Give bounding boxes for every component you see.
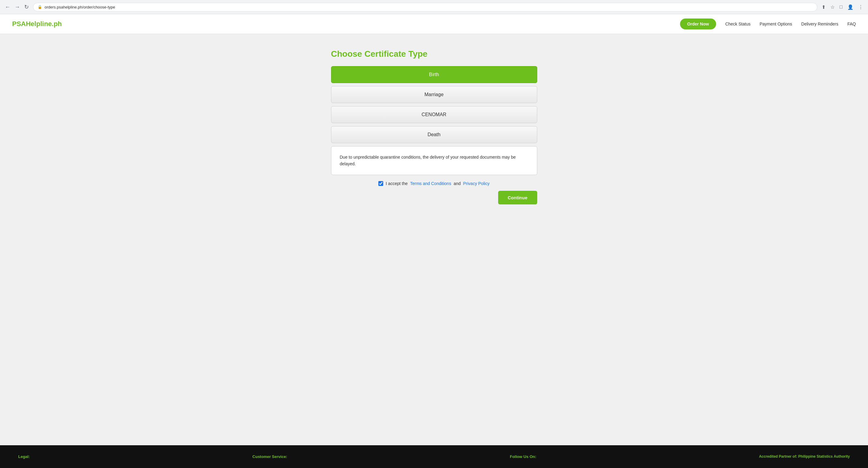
browser-chrome: ← → ↻ 🔒 orders.psahelpline.ph/order/choo… [0,0,868,14]
forward-button[interactable]: → [13,3,21,11]
profile-button[interactable]: 👤 [846,3,855,11]
order-now-button[interactable]: Order Now [680,19,716,29]
menu-button[interactable]: ⋮ [857,3,864,11]
footer-legal-title: Legal: [18,455,30,459]
reload-button[interactable]: ↻ [23,2,30,11]
footer-customer-service: Customer Service: [252,455,287,459]
share-button[interactable]: ⬆ [820,3,827,11]
site-logo[interactable]: PSAHelpline.ph [12,20,62,28]
terms-prefix: I accept the [385,181,407,186]
address-bar[interactable]: 🔒 orders.psahelpline.ph/order/choose-typ… [33,3,817,11]
footer-accredited-name: Philippine Statistics Authority [798,455,850,459]
browser-nav-buttons: ← → ↻ [4,2,30,11]
footer: Legal: Customer Service: Follow Us On: A… [0,445,868,468]
browser-actions: ⬆ ☆ □ 👤 ⋮ [820,3,864,11]
check-status-link[interactable]: Check Status [725,22,750,26]
navbar: PSAHelpline.ph Order Now Check Status Pa… [0,14,868,34]
footer-accredited-text: Accredited Partner of: Philippine Statis… [759,455,850,459]
footer-customer-service-title: Customer Service: [252,455,287,459]
continue-row: Continue [331,191,537,204]
faq-link[interactable]: FAQ [847,22,856,26]
footer-accredited-prefix: Accredited Partner of: [759,455,798,459]
main-content: Choose Certificate Type Birth Marriage C… [0,34,868,445]
payment-options-link[interactable]: Payment Options [760,22,792,26]
delivery-reminders-link[interactable]: Delivery Reminders [801,22,838,26]
nav-links: Order Now Check Status Payment Options D… [680,19,856,29]
url-text: orders.psahelpline.ph/order/choose-type [44,5,115,9]
lock-icon: 🔒 [38,5,42,9]
terms-and-label: and [454,181,461,186]
footer-legal: Legal: [18,455,30,459]
terms-and-conditions-link[interactable]: Terms and Conditions [410,181,451,186]
privacy-policy-link[interactable]: Privacy Policy [463,181,490,186]
page-title: Choose Certificate Type [331,49,428,59]
death-button[interactable]: Death [331,126,537,143]
footer-follow-us: Follow Us On: [510,455,536,459]
terms-checkbox[interactable] [378,181,383,186]
continue-button[interactable]: Continue [498,191,537,204]
back-button[interactable]: ← [4,3,11,11]
marriage-button[interactable]: Marriage [331,86,537,103]
notice-text: Due to unpredictable quarantine conditio… [340,155,516,166]
terms-row: I accept the Terms and Conditions and Pr… [378,181,489,186]
notice-box: Due to unpredictable quarantine conditio… [331,146,537,175]
bookmark-button[interactable]: ☆ [829,3,836,11]
footer-follow-us-title: Follow Us On: [510,455,536,459]
birth-button[interactable]: Birth [331,66,537,83]
certificate-options: Birth Marriage CENOMAR Death [331,66,537,143]
footer-accredited: Accredited Partner of: Philippine Statis… [759,455,850,459]
extension-button[interactable]: □ [838,3,844,11]
footer-content: Legal: Customer Service: Follow Us On: A… [18,455,850,459]
cenomar-button[interactable]: CENOMAR [331,106,537,123]
